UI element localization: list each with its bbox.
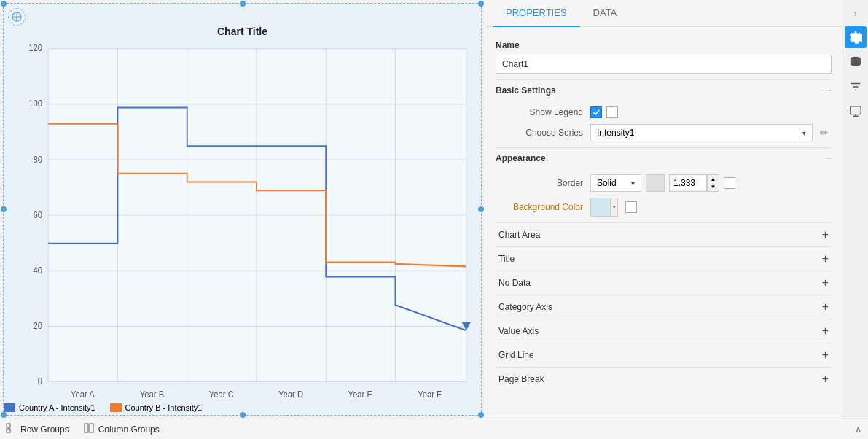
column-groups-item[interactable]: Column Groups — [84, 423, 160, 435]
collapsible-value-axis[interactable]: Value Axis+ — [496, 319, 832, 343]
handle-top-left[interactable] — [1, 1, 7, 7]
tab-properties[interactable]: PROPERTIES — [493, 0, 580, 27]
background-color-row: Background Color ▾ — [496, 198, 832, 217]
background-color-swatch — [591, 198, 610, 216]
column-groups-label: Column Groups — [98, 424, 160, 435]
collapsible-sections: Chart Area+Title+No Data+Category Axis+V… — [496, 222, 832, 391]
column-groups-icon — [84, 423, 94, 435]
collapsible-grid-line[interactable]: Grid Line+ — [496, 343, 832, 367]
filter-icon[interactable] — [845, 76, 867, 98]
collapsible-no-data[interactable]: No Data+ — [496, 271, 832, 295]
svg-rect-38 — [85, 424, 88, 432]
border-label: Border — [503, 178, 590, 188]
svg-text:Year E: Year E — [348, 389, 372, 399]
border-row: Border Solid ▾ ▲ ▼ — [496, 174, 832, 192]
svg-text:120: 120 — [28, 43, 42, 54]
show-legend-row: Show Legend — [496, 106, 832, 118]
border-width-down[interactable]: ▼ — [707, 183, 719, 191]
background-color-label: Background Color — [503, 202, 590, 212]
handle-bottom[interactable] — [240, 412, 246, 418]
show-legend-checkbox2[interactable] — [606, 106, 618, 118]
chart-svg: 0 20 40 60 80 100 120 Year A Year B Year… — [4, 40, 481, 399]
handle-top-right[interactable] — [478, 1, 484, 7]
svg-text:Year D: Year D — [278, 389, 303, 399]
svg-text:Year B: Year B — [140, 389, 164, 399]
border-width-up[interactable]: ▲ — [707, 175, 719, 183]
database-icon[interactable] — [845, 51, 867, 73]
collapsible-page-break[interactable]: Page Break+ — [496, 367, 832, 391]
choose-series-row: Choose Series Intensity1 ▾ ✏ — [496, 124, 832, 141]
side-icons: › — [842, 0, 868, 419]
show-legend-checkbox[interactable] — [590, 106, 602, 118]
settings-icon[interactable] — [845, 26, 867, 48]
show-legend-label: Show Legend — [503, 107, 590, 117]
svg-text:100: 100 — [28, 98, 42, 109]
collapsible-title[interactable]: Title+ — [496, 246, 832, 271]
handle-bottom-left[interactable] — [1, 412, 7, 418]
legend-item-b: Country B - Intensity1 — [110, 403, 203, 412]
handle-top[interactable] — [240, 1, 246, 7]
basic-settings-label: Basic Settings — [496, 85, 556, 96]
collapse-panel-button[interactable]: › — [845, 3, 867, 25]
properties-panel: PROPERTIES DATA Name Basic Settings − Sh… — [485, 0, 842, 419]
svg-rect-33 — [850, 106, 860, 114]
choose-series-select[interactable]: Intensity1 ▾ — [590, 124, 813, 141]
row-groups-item[interactable]: Row Groups — [6, 423, 69, 435]
collapsible-chart-area[interactable]: Chart Area+ — [496, 222, 832, 246]
border-chevron: ▾ — [631, 179, 635, 187]
svg-rect-36 — [7, 424, 10, 427]
background-color-dropdown[interactable]: ▾ — [610, 198, 617, 216]
background-color-picker[interactable]: ▾ — [590, 198, 618, 217]
svg-text:Year F: Year F — [418, 389, 442, 399]
handle-right[interactable] — [478, 206, 484, 212]
border-width-input[interactable] — [670, 176, 706, 190]
svg-rect-37 — [7, 429, 10, 432]
bottom-bar: Row Groups Column Groups ∧ — [0, 419, 868, 439]
basic-settings-header[interactable]: Basic Settings − — [496, 79, 832, 101]
legend-item-a: Country A - Intensity1 — [4, 403, 95, 412]
svg-text:Year A: Year A — [71, 389, 95, 399]
panel-tabs: PROPERTIES DATA — [485, 0, 842, 27]
tab-data[interactable]: DATA — [580, 0, 630, 27]
border-style-value: Solid — [597, 178, 617, 188]
choose-series-chevron: ▾ — [802, 129, 806, 137]
name-input[interactable] — [496, 55, 832, 74]
svg-text:60: 60 — [33, 209, 42, 220]
svg-point-32 — [850, 57, 860, 61]
format-icon[interactable] — [845, 101, 867, 123]
row-groups-label: Row Groups — [20, 424, 69, 435]
row-groups-icon — [6, 423, 16, 435]
background-color-checkbox[interactable] — [625, 201, 637, 213]
name-label: Name — [496, 40, 832, 50]
basic-settings-collapse[interactable]: − — [825, 85, 832, 96]
chart-legend: Country A - Intensity1 Country B - Inten… — [4, 403, 481, 412]
legend-color-b — [110, 403, 122, 412]
series-edit-icon[interactable]: ✏ — [817, 125, 832, 140]
svg-rect-39 — [90, 424, 93, 432]
legend-color-a — [4, 403, 15, 412]
svg-text:40: 40 — [33, 265, 42, 276]
appearance-header[interactable]: Appearance − — [496, 147, 832, 168]
border-style-select[interactable]: Solid ▾ — [590, 174, 641, 192]
border-color-box[interactable] — [646, 174, 665, 192]
chart-move-handle[interactable] — [8, 8, 26, 26]
choose-series-value: Intensity1 — [597, 128, 634, 138]
handle-bottom-right[interactable] — [478, 412, 484, 418]
handle-left[interactable] — [1, 206, 7, 212]
svg-text:20: 20 — [33, 320, 42, 331]
svg-text:80: 80 — [33, 154, 42, 165]
legend-label-b: Country B - Intensity1 — [125, 403, 203, 412]
appearance-label: Appearance — [496, 153, 546, 163]
svg-text:0: 0 — [38, 376, 43, 386]
svg-text:Year C: Year C — [209, 389, 234, 399]
collapsible-category-axis[interactable]: Category Axis+ — [496, 295, 832, 319]
border-checkbox[interactable] — [724, 177, 735, 189]
appearance-collapse[interactable]: − — [825, 152, 832, 164]
choose-series-label: Choose Series — [503, 128, 590, 138]
bottom-chevron[interactable]: ∧ — [855, 424, 862, 435]
panel-content: Name Basic Settings − Show Legend Choose… — [485, 27, 842, 419]
chart-title: Chart Title — [4, 26, 481, 37]
legend-label-a: Country A - Intensity1 — [19, 403, 95, 412]
